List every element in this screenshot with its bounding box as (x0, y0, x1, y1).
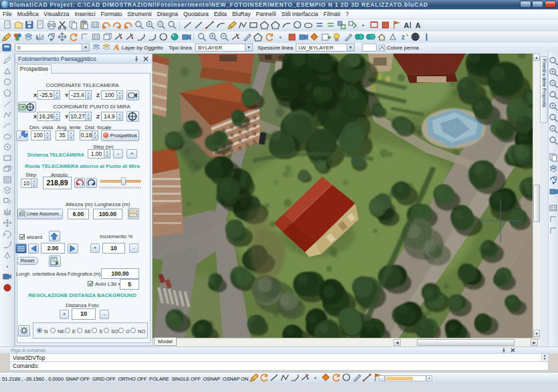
svg-text:A: A (403, 21, 409, 29)
svg-text:z: z (401, 33, 405, 41)
svg-text:A: A (415, 21, 421, 29)
